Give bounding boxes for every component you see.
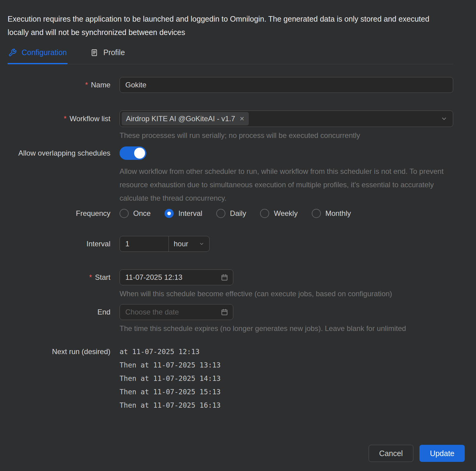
required-asterisk	[89, 273, 92, 282]
frequency-radio-group: Once Interval Daily Weekly	[120, 208, 453, 219]
start-date-input[interactable]	[120, 269, 233, 285]
start-date-picker[interactable]	[120, 269, 233, 285]
radio-checked-icon	[165, 209, 174, 218]
workflow-tag: Airdrop KITE AI @GoKiteAI - v1.7 ✕	[122, 112, 249, 125]
start-row: Start When will this schedule become eff…	[8, 269, 453, 299]
frequency-option-label: Once	[133, 209, 151, 218]
end-label: End	[8, 304, 110, 320]
frequency-option-daily[interactable]: Daily	[216, 209, 246, 218]
overlap-row: Allow overlapping schedules Allow workfl…	[8, 146, 453, 205]
end-date-picker[interactable]	[120, 304, 233, 320]
end-row: End The time this schedule expires (no l…	[8, 304, 453, 333]
update-button[interactable]: Update	[419, 445, 465, 462]
overlap-toggle[interactable]	[120, 146, 146, 160]
next-run-schedule: at 11-07-2025 12:13 Then at 11-07-2025 1…	[120, 345, 453, 412]
workflow-tag-label: Airdrop KITE AI @GoKiteAI - v1.7	[126, 114, 235, 123]
end-help-text: The time this schedule expires (no longe…	[120, 324, 453, 333]
scheduler-config-panel: Execution requires the application to be…	[0, 0, 476, 471]
interval-unit-label: hour	[174, 240, 188, 248]
name-input[interactable]	[120, 77, 453, 93]
execution-notice: Execution requires the application to be…	[8, 12, 449, 39]
frequency-option-label: Weekly	[274, 209, 297, 218]
workflow-help-text: These processes will run serially; no pr…	[120, 131, 453, 140]
start-label: Start	[8, 269, 110, 285]
required-asterisk	[64, 114, 67, 123]
workflow-row: Workflow list Airdrop KITE AI @GoKiteAI …	[8, 111, 453, 140]
interval-value-input[interactable]	[120, 236, 169, 251]
frequency-option-monthly[interactable]: Monthly	[312, 209, 351, 218]
frequency-row: Frequency Once Interval Daily	[8, 208, 453, 219]
next-run-row: Next run (desired) at 11-07-2025 12:13 T…	[8, 345, 453, 412]
next-run-line: Then at 11-07-2025 16:13	[120, 399, 453, 412]
tab-profile[interactable]: Profile	[89, 46, 126, 64]
tab-profile-label: Profile	[103, 48, 125, 57]
required-asterisk	[85, 81, 89, 89]
frequency-option-interval[interactable]: Interval	[165, 209, 202, 218]
start-help-text: When will this schedule become effective…	[120, 289, 453, 299]
radio-icon	[260, 209, 269, 218]
radio-icon	[312, 209, 321, 218]
overlap-label: Allow overlapping schedules	[8, 146, 110, 160]
profile-document-icon	[90, 48, 99, 57]
footer-actions: Cancel Update	[369, 445, 465, 462]
frequency-option-label: Interval	[178, 209, 202, 218]
tab-configuration[interactable]: Configuration	[8, 46, 68, 64]
frequency-option-weekly[interactable]: Weekly	[260, 209, 297, 218]
chevron-down-icon	[441, 115, 447, 122]
next-run-line: Then at 11-07-2025 15:13	[120, 385, 453, 399]
end-date-input[interactable]	[120, 304, 233, 320]
workflow-label: Workflow list	[8, 111, 110, 127]
toggle-knob	[134, 148, 145, 159]
name-label: Name	[8, 77, 110, 93]
frequency-option-label: Monthly	[325, 209, 351, 218]
next-run-line: Then at 11-07-2025 13:13	[120, 358, 453, 372]
radio-icon	[216, 209, 225, 218]
next-run-line: Then at 11-07-2025 14:13	[120, 372, 453, 385]
next-run-label: Next run (desired)	[8, 345, 110, 358]
interval-label: Interval	[8, 236, 110, 252]
interval-unit-select[interactable]: hour	[169, 236, 209, 251]
workflow-select[interactable]: Airdrop KITE AI @GoKiteAI - v1.7 ✕	[120, 111, 453, 127]
interval-group: hour	[120, 236, 210, 252]
frequency-label: Frequency	[8, 208, 110, 219]
radio-icon	[120, 209, 129, 218]
name-row: Name	[8, 77, 453, 93]
tab-configuration-label: Configuration	[22, 48, 67, 57]
interval-row: Interval hour	[8, 236, 453, 252]
wrench-icon	[8, 48, 17, 57]
frequency-option-once[interactable]: Once	[120, 209, 151, 218]
cancel-button[interactable]: Cancel	[369, 445, 414, 462]
calendar-icon	[221, 308, 228, 316]
tag-remove-icon[interactable]: ✕	[239, 116, 245, 122]
overlap-help-text: Allow workflow from other scheduler to r…	[120, 165, 453, 205]
scheduler-form: Name Workflow list Airdrop KITE AI @GoKi…	[8, 77, 453, 412]
calendar-icon	[221, 273, 228, 281]
frequency-option-label: Daily	[230, 209, 246, 218]
chevron-down-icon	[199, 241, 204, 247]
next-run-line: at 11-07-2025 12:13	[120, 345, 453, 358]
tab-bar: Configuration Profile	[8, 46, 453, 64]
